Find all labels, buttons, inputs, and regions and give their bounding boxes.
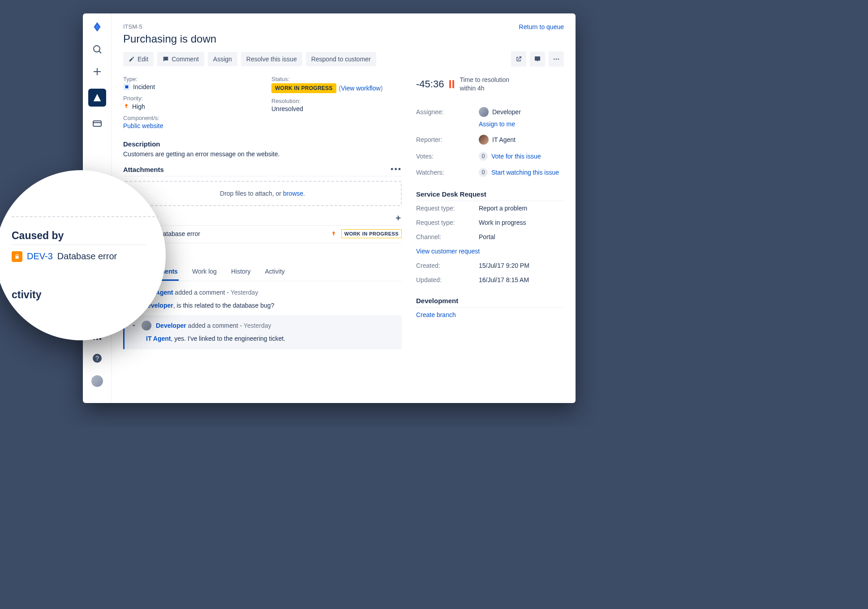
jira-logo-icon[interactable] [92,21,103,32]
linked-issue-status: WORK IN PROGRESS [341,229,402,238]
side-column: -45:36 Time to resolution within 4h Assi… [416,76,564,391]
status-label: Status: [271,76,402,82]
issue-key[interactable]: ITSM-5 [123,23,216,30]
resolve-button[interactable]: Resolve this issue [241,52,302,66]
view-customer-request-link[interactable]: View customer request [416,248,480,255]
comment-button[interactable]: Comment [157,52,204,66]
comment-author[interactable]: Developer [156,322,186,329]
sdr-heading: Service Desk Request [416,190,564,201]
create-icon[interactable] [92,66,103,77]
project-tile[interactable] [88,89,106,107]
create-branch-link[interactable]: Create branch [416,311,456,318]
search-icon[interactable] [92,44,103,55]
updated-value: 16/Jul/17 8:15 AM [479,276,564,283]
svg-rect-4 [93,121,101,126]
watchers-label: Watchers: [416,169,479,176]
avatar [479,107,489,117]
assign-button[interactable]: Assign [208,52,237,66]
type-label: Type: [123,76,254,82]
votes-count: 0 [479,152,488,161]
profile-avatar[interactable] [91,375,103,387]
incident-type-icon [123,83,130,90]
mag-caused-by-heading: Caused by [12,230,146,245]
main-column: Type: Incident Priority: High Component/… [123,76,404,391]
svg-point-20 [558,59,559,60]
content-area: ITSM-5 Purchasing is down Return to queu… [112,13,576,403]
reporter-label: Reporter: [416,136,479,143]
request-type-value: Report a problem [479,205,564,212]
add-link-icon[interactable]: + [395,213,402,223]
channel-value: Portal [479,233,564,240]
sla-time: -45:36 [416,78,444,90]
resolution-value: Unresolved [271,105,402,112]
mag-issue-summary: Database error [57,251,117,262]
description-text: Customers are getting an error message o… [123,150,402,158]
issue-view-card: ? ITSM-5 Purchasing is down Return to qu… [83,13,576,403]
attachment-dropzone[interactable]: Drop files to attach, or browse. [123,181,402,206]
lock-icon [12,251,22,262]
assign-to-me-link[interactable]: Assign to me [479,120,515,128]
attachments-menu-icon[interactable]: ••• [391,165,402,174]
magnifier-callout: Caused by DEV-3 Database error ctivity [0,170,166,340]
issue-title: Purchasing is down [123,33,216,45]
reporter-value: IT Agent [492,136,516,143]
priority-label: Priority: [123,95,254,102]
vote-link[interactable]: Vote for this issue [491,153,541,160]
development-heading: Development [416,297,564,308]
more-actions-icon[interactable] [549,51,564,67]
linked-issue-summary: Database error [158,230,200,237]
comment-item: IT Agent added a comment - Yesterday Dev… [123,287,402,309]
resolution-label: Resolution: [271,98,402,104]
mag-linked-row: DEV-3 Database error [12,251,155,262]
respond-button[interactable]: Respond to customer [306,52,376,66]
avatar [479,135,489,145]
svg-rect-21 [125,86,129,89]
tab-history[interactable]: History [230,263,252,281]
share-icon[interactable] [511,51,526,67]
tab-activity[interactable]: Activity [264,263,285,281]
return-to-queue-link[interactable]: Return to queue [519,23,564,30]
mag-issue-key[interactable]: DEV-3 [27,251,53,262]
tab-worklog[interactable]: Work log [191,263,218,281]
browse-link[interactable]: browse [283,190,303,197]
chevron-down-icon[interactable] [131,322,137,329]
svg-point-18 [554,59,555,60]
components-label: Component/s: [123,115,254,121]
watch-link[interactable]: Start watching this issue [491,169,559,176]
action-toolbar: Edit Comment Assign Resolve this issue R… [123,51,564,67]
type-value: Incident [123,83,254,90]
export-icon[interactable] [530,51,545,67]
svg-point-19 [556,59,557,60]
edit-button[interactable]: Edit [123,52,154,66]
priority-value: High [123,103,254,110]
votes-label: Votes: [416,153,479,160]
mention-link[interactable]: IT Agent [146,335,171,342]
comment-item: Developer added a comment - Yesterday IT… [123,315,402,349]
help-icon[interactable]: ? [92,353,103,364]
svg-text:?: ? [95,355,99,362]
mag-activity-heading: ctivity [12,289,166,301]
attachments-heading: Attachments [123,166,164,173]
board-icon[interactable] [92,118,103,129]
status-badge[interactable]: WORK IN PROGRESS [271,83,336,93]
request-status-value: Work in progress [479,219,564,226]
avatar [142,321,151,330]
assignee-label: Assignee: [416,108,479,116]
priority-high-icon [123,103,129,110]
view-workflow-link[interactable]: View workflow [341,85,380,92]
svg-point-0 [94,46,100,52]
sla-widget: -45:36 Time to resolution within 4h [416,76,564,93]
description-heading: Description [123,140,402,148]
sla-paused-icon [449,80,454,88]
created-value: 15/Jul/17 9:20 PM [479,262,564,269]
assignee-value: Developer [492,108,521,116]
status-value: WORK IN PROGRESS (View workflow) [271,83,402,93]
watchers-count: 0 [479,168,488,177]
priority-high-icon [331,230,337,238]
components-value[interactable]: Public website [123,122,254,129]
svg-rect-14 [99,338,101,340]
linked-issue-row[interactable]: DEV-3 Database error WORK IN PROGRESS [123,229,402,243]
svg-line-1 [99,51,101,53]
